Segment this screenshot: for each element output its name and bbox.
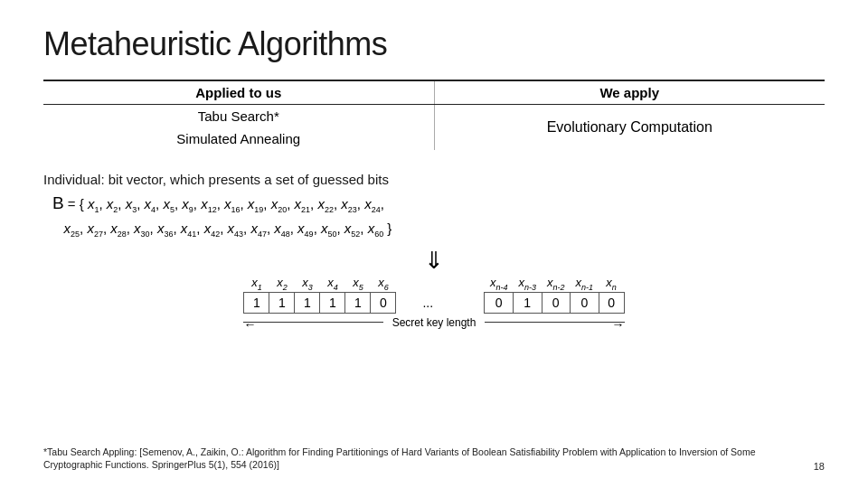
bit-header: [459, 276, 485, 292]
bit-table-wrapper: x1 x2 x3 x4 x5 x6 xn-4 xn-3 xn-2 xn-1 xn: [243, 276, 624, 329]
page-number: 18: [805, 461, 825, 472]
bit-value: 1: [244, 292, 269, 313]
footnote: *Tabu Search Appling: [Semenov, A., Zaik…: [43, 436, 825, 472]
bit-header: xn-3: [513, 276, 542, 292]
ellipsis: ...: [396, 292, 459, 313]
footnote-text: *Tabu Search Appling: [Semenov, A., Zaik…: [43, 446, 805, 472]
bit-value: 1: [269, 292, 295, 313]
bit-value: 1: [345, 292, 371, 313]
bit-value: 0: [599, 292, 624, 313]
down-arrow: ⇓: [43, 247, 825, 275]
bit-header: x4: [320, 276, 345, 292]
bit-header: xn: [599, 276, 624, 292]
col1-header: Applied to us: [43, 80, 434, 105]
bit-array-table: x1 x2 x3 x4 x5 x6 xn-4 xn-3 xn-2 xn-1 xn: [243, 276, 624, 314]
bit-header: x2: [269, 276, 295, 292]
b-set-line1: B = { x1, x2, x3, x4, x5, x9, x12, x16, …: [52, 191, 825, 217]
secret-key-label: Secret key length: [383, 316, 486, 329]
bit-header: x1: [244, 276, 269, 292]
bit-value: 1: [295, 292, 320, 313]
bit-header: x6: [371, 276, 396, 292]
individual-description: Individual: bit vector, which presents a…: [43, 172, 825, 187]
bit-value: 1: [320, 292, 345, 313]
table-row: Evolutionary Computation: [434, 105, 825, 151]
individual-section: Individual: bit vector, which presents a…: [43, 172, 825, 242]
table-row: Tabu Search*: [43, 105, 434, 128]
bit-value: 0: [571, 292, 599, 313]
col2-header: We apply: [434, 80, 825, 105]
page-title: Metaheuristic Algorithms: [43, 25, 825, 63]
b-set-line2: x25, x27, x28, x30, x36, x41, x42, x43, …: [52, 219, 825, 241]
bit-table-container: x1 x2 x3 x4 x5 x6 xn-4 xn-3 xn-2 xn-1 xn: [43, 276, 825, 329]
table-row: Simulated Annealing: [43, 127, 434, 150]
bit-header: x3: [295, 276, 320, 292]
comparison-table: Applied to us We apply Tabu Search* Evol…: [43, 80, 825, 150]
bit-value: 1: [513, 292, 542, 313]
bit-value: 0: [371, 292, 396, 313]
bit-header: x5: [345, 276, 371, 292]
bit-value: 0: [485, 292, 514, 313]
bit-header: xn-1: [571, 276, 599, 292]
bit-header: xn-2: [542, 276, 571, 292]
bit-value: 0: [542, 292, 571, 313]
bit-header: xn-4: [485, 276, 514, 292]
